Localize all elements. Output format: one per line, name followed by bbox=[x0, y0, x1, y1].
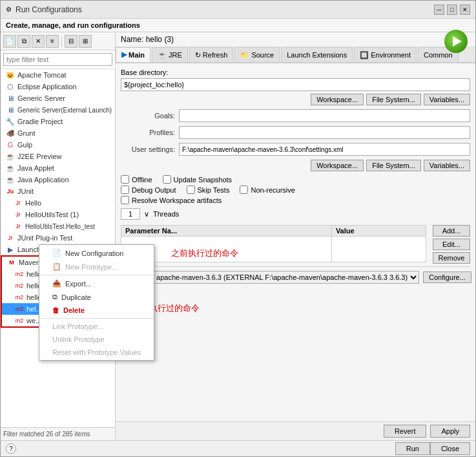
menu-item-unlink-prototype: Unlink Prototype bbox=[39, 333, 115, 346]
revert-button[interactable]: Revert bbox=[384, 425, 426, 438]
params-table-wrapper: Parameter Na... Value Add... bbox=[121, 225, 470, 262]
file-system-btn-1[interactable]: File System... bbox=[366, 94, 421, 105]
non-recursive-checkbox-item: Non-recursive bbox=[240, 186, 295, 194]
maven-runtime-select[interactable]: apache-maven-3.6.3 (EXTERNAL F:\apache-m… bbox=[153, 271, 419, 284]
update-snapshots-checkbox[interactable] bbox=[163, 175, 171, 184]
resolve-workspace-label: Resolve Workspace artifacts bbox=[132, 197, 222, 204]
variables-btn-2[interactable]: Variables... bbox=[424, 160, 470, 171]
tab-launch-extensions[interactable]: Launch Extensions bbox=[281, 47, 353, 62]
tree-item-grunt[interactable]: 🐗 Grunt bbox=[1, 127, 115, 139]
source-icon: 📁 bbox=[240, 51, 249, 59]
menu-item-export[interactable]: 📤 Export... bbox=[39, 277, 115, 290]
collapse-toolbar-btn[interactable]: ⊟ bbox=[65, 35, 78, 48]
tab-environment[interactable]: 🔲 Environment bbox=[354, 47, 417, 62]
new-config-toolbar-btn[interactable]: 📄 bbox=[3, 35, 16, 48]
tree-item-java-application[interactable]: ☕ Java Application bbox=[1, 174, 115, 186]
export-icon: 📤 bbox=[52, 279, 61, 288]
tab-refresh[interactable]: ↻ Refresh bbox=[189, 47, 234, 62]
delete-toolbar-btn[interactable]: ✕ bbox=[32, 35, 45, 48]
tree-item-label: Grunt bbox=[17, 129, 36, 137]
duplicate-toolbar-btn[interactable]: ⧉ bbox=[17, 35, 30, 48]
profiles-input[interactable] bbox=[179, 126, 470, 139]
threads-dropdown-icon: ∨ bbox=[144, 210, 149, 218]
menu-item-duplicate[interactable]: ⧉ Duplicate bbox=[39, 290, 115, 304]
run-configurations-window: ⚙ Run Configurations ─ □ ✕ Create, manag… bbox=[0, 0, 476, 457]
variables-btn-1[interactable]: Variables... bbox=[424, 94, 470, 105]
tree-item-gulp[interactable]: G Gulp bbox=[1, 139, 115, 151]
delete-icon: 🗑 bbox=[52, 306, 59, 314]
j2ee-icon: ☕ bbox=[6, 152, 15, 161]
maven-item1-icon: m2 bbox=[15, 270, 24, 279]
name-value: hello (3) bbox=[146, 35, 174, 44]
tree-toolbar: 📄 ⧉ ✕ ≡ ⊟ ⊞ bbox=[1, 32, 115, 50]
tree-item-label: Gradle Project bbox=[17, 118, 63, 125]
expand-toolbar-btn[interactable]: ⊞ bbox=[79, 35, 92, 48]
debug-output-checkbox[interactable] bbox=[121, 186, 129, 194]
tab-jre[interactable]: ☕ JRE bbox=[152, 47, 188, 62]
right-panel: Name: hello (3) ▶ Main ☕ JRE ↻ Refresh bbox=[116, 32, 475, 440]
window-title: Run Configurations bbox=[16, 5, 434, 14]
tree-item-j2ee-preview[interactable]: ☕ J2EE Preview bbox=[1, 151, 115, 162]
threads-label: Threads bbox=[153, 210, 179, 218]
run-button[interactable]: Run bbox=[395, 442, 430, 455]
tree-item-helloutilstest[interactable]: Jr HelloUtilsTest (1) bbox=[1, 209, 115, 220]
java-applet-icon: ☕ bbox=[6, 164, 15, 173]
tree-item-label: JUnit Plug-in Test bbox=[17, 234, 72, 242]
workspace-btn-1[interactable]: Workspace... bbox=[311, 94, 364, 105]
maximize-button[interactable]: □ bbox=[447, 5, 457, 15]
non-recursive-checkbox[interactable] bbox=[240, 186, 248, 194]
filter-toolbar-btn[interactable]: ≡ bbox=[46, 35, 59, 48]
server-icon: 🖥 bbox=[6, 94, 15, 103]
base-dir-input[interactable] bbox=[121, 78, 470, 91]
checkbox-row-3: Resolve Workspace artifacts bbox=[121, 196, 470, 204]
tab-launch-ext-label: Launch Extensions bbox=[287, 51, 347, 59]
tree-item-generic-server-ext[interactable]: 🖥 Generic Server(External Launch) bbox=[1, 104, 115, 116]
edit-param-button[interactable]: Edit... bbox=[433, 239, 470, 250]
tab-main[interactable]: ▶ Main bbox=[116, 47, 150, 62]
menu-item-delete[interactable]: 🗑 Delete bbox=[39, 304, 115, 317]
tree-item-eclipse-application[interactable]: ⬡ Eclipse Application bbox=[1, 81, 115, 92]
tree-item-label: Gulp bbox=[17, 141, 32, 149]
workspace-btn-2[interactable]: Workspace... bbox=[311, 160, 364, 171]
filter-input[interactable] bbox=[3, 53, 112, 66]
config-area: Base directory: Workspace... File System… bbox=[116, 63, 475, 421]
user-settings-buttons: Workspace... File System... Variables... bbox=[121, 160, 470, 171]
run-icon-button[interactable] bbox=[444, 30, 468, 53]
tree-item-apache-tomcat[interactable]: 🐱 Apache Tomcat bbox=[1, 69, 115, 81]
threads-input[interactable] bbox=[121, 208, 140, 220]
close-button[interactable]: Close bbox=[430, 442, 470, 455]
main-tab-icon: ▶ bbox=[121, 50, 127, 59]
tree-item-helloutilstest-hello[interactable]: Jr HelloUtilsTest.Hello_test bbox=[1, 220, 115, 232]
menu-item-link-prototype: Link Prototype... bbox=[39, 320, 115, 333]
goals-row: Goals: bbox=[121, 109, 470, 122]
minimize-button[interactable]: ─ bbox=[434, 5, 444, 15]
tree-item-junit[interactable]: Ju JUnit bbox=[1, 186, 115, 197]
tab-source-label: Source bbox=[251, 51, 274, 59]
resolve-workspace-checkbox[interactable] bbox=[121, 196, 129, 204]
tree-item-hello-junit[interactable]: Jr Hello bbox=[1, 197, 115, 209]
tree-item-label: Apache Tomcat bbox=[17, 71, 67, 79]
offline-checkbox[interactable] bbox=[121, 175, 129, 184]
file-system-btn-2[interactable]: File System... bbox=[366, 160, 421, 171]
tree-item-java-applet[interactable]: ☕ Java Applet bbox=[1, 162, 115, 174]
tab-common-label: Common bbox=[424, 51, 453, 59]
remove-param-button[interactable]: Remove bbox=[433, 252, 470, 264]
configure-button[interactable]: Configure... bbox=[423, 271, 471, 283]
user-settings-input[interactable] bbox=[179, 143, 470, 156]
add-param-button[interactable]: Add... bbox=[433, 225, 470, 237]
goals-input[interactable] bbox=[179, 109, 470, 122]
menu-item-new-config[interactable]: 📄 New Configuration bbox=[39, 246, 115, 260]
tree-item-label: Hello bbox=[25, 199, 41, 207]
tree-item-label: J2EE Preview bbox=[17, 153, 61, 160]
tree-item-junit-plugin[interactable]: Jr JUnit Plug-in Test bbox=[1, 232, 115, 244]
close-button[interactable]: ✕ bbox=[460, 5, 470, 15]
help-button[interactable]: ? bbox=[6, 443, 16, 454]
update-snapshots-label: Update Snapshots bbox=[174, 176, 233, 184]
apply-button[interactable]: Apply bbox=[430, 425, 470, 438]
tab-source[interactable]: 📁 Source bbox=[234, 47, 280, 62]
skip-tests-checkbox[interactable] bbox=[187, 186, 195, 194]
server-ext-icon: 🖥 bbox=[6, 105, 15, 114]
skip-tests-checkbox-item: Skip Tests bbox=[187, 186, 230, 194]
tree-item-generic-server[interactable]: 🖥 Generic Server bbox=[1, 92, 115, 104]
tree-item-gradle-project[interactable]: 🔧 Gradle Project bbox=[1, 116, 115, 127]
